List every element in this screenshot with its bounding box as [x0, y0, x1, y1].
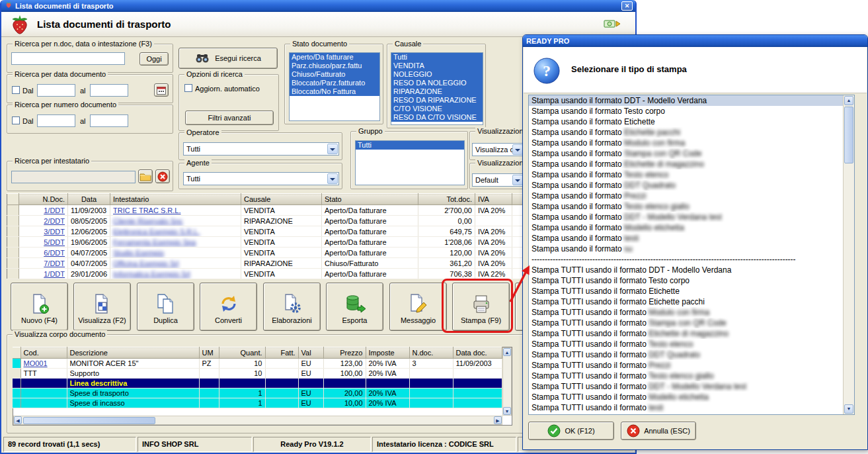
print-format-option[interactable]: Stampa usando il formato DDT Quadrato	[529, 180, 843, 191]
visualizzazione1-combo[interactable]: Visualizza co	[472, 143, 524, 156]
corpo-vertical-scrollbar[interactable]: ▲ ▼	[502, 347, 512, 416]
list-option[interactable]: Tutti	[391, 53, 483, 62]
doc-number-link[interactable]: 5/DDT	[44, 238, 65, 246]
corpo-row[interactable]: TTTSupporto10EU100,0020% IVA	[13, 369, 502, 379]
list-option[interactable]: Tutti	[356, 141, 464, 150]
doc-col-header[interactable]: Intestatario	[110, 194, 241, 205]
print-format-option[interactable]: Stampa usando il formato Etichette	[529, 116, 843, 127]
chevron-down-icon[interactable]	[327, 173, 338, 184]
esegui-ricerca-button[interactable]: Esegui ricerca	[178, 48, 278, 69]
dialog-scrollbar[interactable]: ▲ ▼	[843, 95, 854, 414]
print-format-option[interactable]: Stampa usando il formato Testo elenco gi…	[529, 201, 843, 212]
corpo-row[interactable]: Linea descrittiva	[13, 379, 502, 388]
intestatario-link[interactable]: Studio Esempio	[113, 249, 164, 257]
print-format-option[interactable]: Stampa TUTTI usando il formato Etichette	[529, 286, 843, 296]
list-option[interactable]: RESO DA C/TO VISIONE	[391, 113, 483, 122]
print-format-option[interactable]: Stampa usando il formato Prezzi	[529, 191, 843, 201]
doc-number-link[interactable]: 7/DDT	[44, 259, 65, 267]
search-ndoc-input[interactable]	[11, 52, 125, 65]
calendar-button[interactable]	[154, 83, 169, 97]
print-format-option[interactable]: Stampa usando il formato Stampa con QR C…	[529, 148, 843, 159]
print-format-option[interactable]: Stampa TUTTI usando il formato Prezzi	[529, 360, 843, 371]
print-format-option[interactable]: Stampa TUTTI usando il formato Etichette…	[529, 296, 843, 307]
doc-col-header[interactable]: Val	[298, 347, 323, 359]
doc-col-header[interactable]: Causale	[241, 194, 322, 205]
list-option[interactable]: Bloccato/No Fattura	[290, 87, 379, 96]
list-option[interactable]: Parz.chiuso/parz.fattu	[290, 62, 379, 70]
close-button[interactable]	[621, 1, 633, 11]
number-from-checkbox[interactable]	[12, 116, 20, 124]
doc-col-header[interactable]: Prezzo	[323, 347, 366, 359]
browse-intestatario-button[interactable]	[138, 169, 153, 183]
doc-number-link[interactable]: 2/DDT	[44, 217, 65, 225]
gruppo-listbox[interactable]: Tutti	[355, 140, 465, 185]
visualizza-button[interactable]: Visualizza (F2)	[73, 283, 131, 331]
print-format-option[interactable]: Stampa usando il formato su	[529, 244, 843, 254]
doc-col-header[interactable]: UM	[199, 347, 219, 359]
duplica-button[interactable]: Duplica	[137, 283, 194, 331]
list-option[interactable]: C/TO VISIONE	[391, 105, 483, 113]
cancel-button[interactable]: Annulla (ESC)	[621, 422, 696, 440]
print-format-option[interactable]: Stampa usando il formato Modulo con firm…	[529, 138, 843, 148]
doc-col-header[interactable]: Descrizione	[67, 347, 199, 359]
print-format-option[interactable]: Stampa usando il formato Etichette di ma…	[529, 159, 843, 169]
chevron-down-icon[interactable]	[512, 144, 523, 155]
agente-combo[interactable]: Tutti	[183, 172, 339, 185]
doc-col-header[interactable]: Imposte	[366, 347, 409, 359]
doc-col-header[interactable]: IVA	[475, 194, 512, 205]
intestatario-link[interactable]: Officina Esempio Srl	[113, 259, 178, 267]
messaggio-button[interactable]: Messaggio	[389, 283, 447, 331]
corpo-row[interactable]: Spese di incasso1EU10,0020% IVA	[13, 398, 502, 408]
intestatario-link[interactable]: Ferramenta Esempio Spa	[113, 238, 196, 246]
print-format-option[interactable]: Stampa usando il formato Etichette pacch…	[529, 127, 843, 138]
print-format-option[interactable]: Stampa TUTTI usando il formato DDT - Mod…	[529, 381, 843, 392]
print-format-option[interactable]: Stampa TUTTI usando il formato DDT - Mod…	[529, 265, 843, 275]
doc-number-link[interactable]: 1/DDT	[44, 270, 65, 278]
clear-intestatario-button[interactable]	[155, 169, 170, 183]
currency-exchange-icon[interactable]	[604, 17, 621, 32]
print-format-option[interactable]: Stampa usando il formato Testo corpo	[529, 106, 843, 116]
doc-col-header[interactable]: N.Doc.	[19, 194, 68, 205]
doc-col-header[interactable]: Data	[68, 194, 110, 205]
date-from-input[interactable]	[37, 84, 75, 97]
doc-col-header[interactable]: Fatt.	[265, 347, 298, 359]
doc-col-header[interactable]: N.doc.	[409, 347, 453, 359]
corpo-row[interactable]: MO001MONITOR ACER 15"PZ10EU123,0020% IVA…	[13, 359, 502, 369]
ok-button[interactable]: OK (F12)	[528, 422, 614, 440]
operatore-combo[interactable]: Tutti	[183, 142, 339, 156]
stampa-button[interactable]: Stampa (F9)	[452, 283, 510, 331]
number-to-input[interactable]	[90, 114, 128, 127]
date-from-checkbox[interactable]	[12, 86, 20, 94]
corpo-horizontal-scrollbar[interactable]: ◀ ▶	[13, 416, 502, 425]
print-format-option[interactable]: Stampa usando il formato DDT - Modello V…	[529, 95, 843, 106]
list-option[interactable]: Bloccato/Parz.fatturato	[290, 79, 379, 87]
print-format-option[interactable]: Stampa TUTTI usando il formato Etichette…	[529, 328, 843, 339]
intestatario-link[interactable]: Elettronica Esempio S.R.L.	[113, 228, 200, 236]
oggi-button[interactable]: Oggi	[139, 52, 169, 66]
doc-col-header[interactable]: Stato	[322, 194, 418, 205]
print-format-option[interactable]: Stampa TUTTI usando il formato Testo cor…	[529, 275, 843, 286]
doc-col-header[interactable]: Data doc.	[453, 347, 502, 359]
list-option[interactable]: RESO DA NOLEGGIO	[391, 79, 483, 87]
visualizzazione2-combo[interactable]: Default	[472, 173, 524, 187]
print-format-option[interactable]: Stampa TUTTI usando il formato Stampa co…	[529, 318, 843, 328]
intestatario-link[interactable]: TRIC E TRAC S.R.L.	[113, 206, 180, 214]
print-format-option[interactable]: Stampa usando il formato Modello etichet…	[529, 222, 843, 233]
stato-listbox[interactable]: Aperto/Da fatturareParz.chiuso/parz.fatt…	[289, 52, 380, 121]
esporta-button[interactable]: Esporta	[326, 283, 383, 331]
print-format-option[interactable]: Stampa usando il formato DDT - Modello V…	[529, 212, 843, 222]
list-option[interactable]: Chiuso/Fatturato	[290, 70, 379, 79]
chevron-down-icon[interactable]	[327, 144, 338, 154]
print-format-option[interactable]: Stampa TUTTI usando il formato DDT Quadr…	[529, 349, 843, 360]
aggiorn-automatico-checkbox[interactable]	[184, 84, 192, 92]
nuovo-button[interactable]: Nuovo (F4)	[11, 283, 68, 331]
intestatario-link[interactable]: Cliente Riservato Snc	[113, 217, 183, 225]
list-option[interactable]: NOLEGGIO	[391, 70, 483, 79]
elaborazioni-button[interactable]: Elaborazioni	[263, 283, 321, 331]
print-format-option[interactable]: Stampa TUTTI usando il formato Testo ele…	[529, 371, 843, 381]
cod-link[interactable]: MO001	[24, 359, 48, 367]
converti-button[interactable]: Converti	[200, 283, 257, 331]
print-format-option[interactable]: Stampa TUTTI usando il formato testi	[529, 402, 843, 413]
date-to-input[interactable]	[90, 84, 128, 97]
doc-col-header[interactable]: Tot.doc.	[418, 194, 475, 205]
